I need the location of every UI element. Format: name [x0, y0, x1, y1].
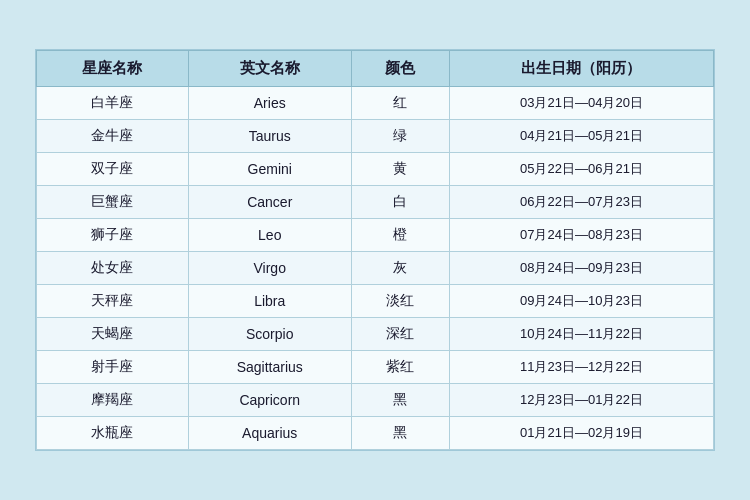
table-row: 天秤座Libra淡红09月24日—10月23日 — [37, 285, 714, 318]
cell-dates: 11月23日—12月22日 — [449, 351, 713, 384]
cell-chinese-name: 天蝎座 — [37, 318, 189, 351]
cell-english-name: Leo — [188, 219, 351, 252]
cell-dates: 01月21日—02月19日 — [449, 417, 713, 450]
cell-dates: 04月21日—05月21日 — [449, 120, 713, 153]
table-row: 狮子座Leo橙07月24日—08月23日 — [37, 219, 714, 252]
table-row: 天蝎座Scorpio深红10月24日—11月22日 — [37, 318, 714, 351]
cell-dates: 05月22日—06月21日 — [449, 153, 713, 186]
cell-dates: 12月23日—01月22日 — [449, 384, 713, 417]
table-row: 金牛座Taurus绿04月21日—05月21日 — [37, 120, 714, 153]
col-header-english: 英文名称 — [188, 51, 351, 87]
cell-dates: 08月24日—09月23日 — [449, 252, 713, 285]
cell-color: 黄 — [351, 153, 449, 186]
cell-english-name: Sagittarius — [188, 351, 351, 384]
cell-color: 灰 — [351, 252, 449, 285]
cell-chinese-name: 天秤座 — [37, 285, 189, 318]
cell-color: 黑 — [351, 417, 449, 450]
cell-color: 绿 — [351, 120, 449, 153]
table-header-row: 星座名称 英文名称 颜色 出生日期（阳历） — [37, 51, 714, 87]
cell-english-name: Gemini — [188, 153, 351, 186]
cell-chinese-name: 处女座 — [37, 252, 189, 285]
cell-chinese-name: 巨蟹座 — [37, 186, 189, 219]
cell-color: 淡红 — [351, 285, 449, 318]
col-header-dates: 出生日期（阳历） — [449, 51, 713, 87]
cell-english-name: Cancer — [188, 186, 351, 219]
cell-english-name: Capricorn — [188, 384, 351, 417]
cell-dates: 09月24日—10月23日 — [449, 285, 713, 318]
cell-chinese-name: 金牛座 — [37, 120, 189, 153]
col-header-chinese: 星座名称 — [37, 51, 189, 87]
cell-color: 黑 — [351, 384, 449, 417]
cell-dates: 06月22日—07月23日 — [449, 186, 713, 219]
table-row: 巨蟹座Cancer白06月22日—07月23日 — [37, 186, 714, 219]
cell-chinese-name: 摩羯座 — [37, 384, 189, 417]
cell-chinese-name: 双子座 — [37, 153, 189, 186]
cell-english-name: Virgo — [188, 252, 351, 285]
cell-dates: 07月24日—08月23日 — [449, 219, 713, 252]
zodiac-table-container: 星座名称 英文名称 颜色 出生日期（阳历） 白羊座Aries红03月21日—04… — [35, 49, 715, 451]
table-row: 摩羯座Capricorn黑12月23日—01月22日 — [37, 384, 714, 417]
table-row: 水瓶座Aquarius黑01月21日—02月19日 — [37, 417, 714, 450]
cell-chinese-name: 狮子座 — [37, 219, 189, 252]
cell-chinese-name: 白羊座 — [37, 87, 189, 120]
cell-color: 深红 — [351, 318, 449, 351]
cell-english-name: Scorpio — [188, 318, 351, 351]
col-header-color: 颜色 — [351, 51, 449, 87]
cell-english-name: Libra — [188, 285, 351, 318]
cell-english-name: Taurus — [188, 120, 351, 153]
cell-dates: 10月24日—11月22日 — [449, 318, 713, 351]
cell-english-name: Aquarius — [188, 417, 351, 450]
zodiac-table: 星座名称 英文名称 颜色 出生日期（阳历） 白羊座Aries红03月21日—04… — [36, 50, 714, 450]
table-row: 处女座Virgo灰08月24日—09月23日 — [37, 252, 714, 285]
table-row: 白羊座Aries红03月21日—04月20日 — [37, 87, 714, 120]
table-row: 双子座Gemini黄05月22日—06月21日 — [37, 153, 714, 186]
cell-color: 红 — [351, 87, 449, 120]
cell-chinese-name: 水瓶座 — [37, 417, 189, 450]
cell-color: 橙 — [351, 219, 449, 252]
cell-english-name: Aries — [188, 87, 351, 120]
cell-color: 白 — [351, 186, 449, 219]
table-row: 射手座Sagittarius紫红11月23日—12月22日 — [37, 351, 714, 384]
cell-chinese-name: 射手座 — [37, 351, 189, 384]
cell-color: 紫红 — [351, 351, 449, 384]
cell-dates: 03月21日—04月20日 — [449, 87, 713, 120]
